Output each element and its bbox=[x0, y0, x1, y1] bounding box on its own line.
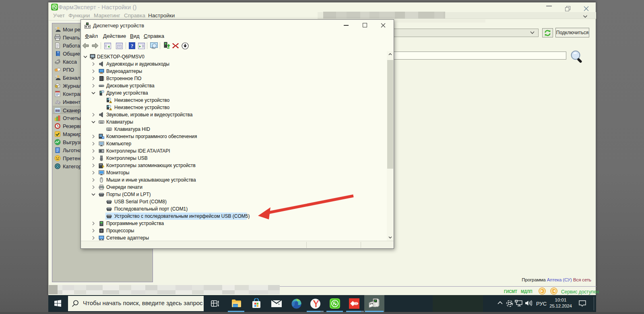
svg-text:?: ? bbox=[131, 43, 134, 49]
svg-text:?: ? bbox=[102, 91, 103, 93]
